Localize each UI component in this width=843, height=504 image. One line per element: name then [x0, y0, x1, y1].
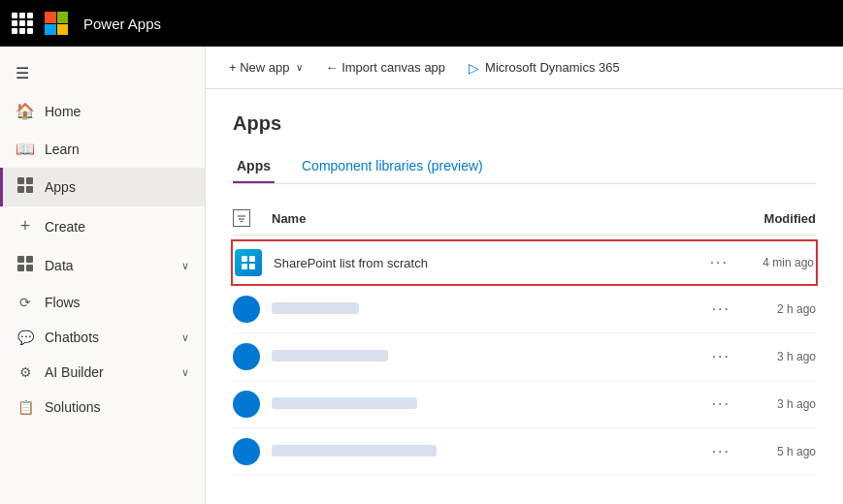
sidebar-item-create[interactable]: + Create: [0, 206, 205, 246]
create-icon: +: [16, 216, 35, 236]
app-name: SharePoint list from scratch: [274, 256, 702, 270]
learn-icon: 📖: [16, 140, 35, 158]
page-title: Apps: [233, 112, 816, 135]
sidebar-item-label: Chatbots: [45, 330, 99, 345]
flows-icon: ⟳: [16, 295, 35, 310]
import-label: ← Import canvas app: [326, 60, 446, 75]
ai-builder-icon: ⚙: [16, 364, 35, 380]
svg-rect-14: [249, 264, 255, 269]
svg-rect-4: [17, 256, 24, 263]
table-row[interactable]: ··· 5 h ago: [233, 428, 816, 476]
sidebar-item-solutions[interactable]: 📋 Solutions: [0, 390, 205, 425]
solutions-icon: 📋: [16, 399, 35, 415]
home-icon: 🏠: [16, 102, 35, 120]
waffle-icon[interactable]: [12, 13, 33, 34]
app-icon: [233, 343, 260, 370]
app-icon: [235, 249, 262, 276]
filter-icon[interactable]: [233, 209, 250, 227]
sidebar-item-label: Learn: [45, 142, 80, 157]
app-modified: 5 h ago: [738, 445, 816, 458]
app-modified: 2 h ago: [738, 302, 816, 316]
new-app-button[interactable]: + New app ∨: [229, 60, 303, 75]
apps-icon: [16, 177, 35, 197]
new-app-chevron: ∨: [296, 62, 303, 73]
dynamics-button[interactable]: ▷ Microsoft Dynamics 365: [469, 60, 620, 76]
layout: ☰ 🏠 Home 📖 Learn Apps + Create: [0, 47, 843, 504]
svg-rect-7: [26, 265, 33, 271]
dynamics-label: Microsoft Dynamics 365: [485, 60, 620, 75]
table-row[interactable]: ··· 2 h ago: [233, 286, 816, 333]
sidebar-item-flows[interactable]: ⟳ Flows: [0, 285, 205, 320]
sidebar-item-apps[interactable]: Apps: [0, 168, 205, 206]
row-actions-button[interactable]: ···: [704, 395, 738, 413]
tab-apps[interactable]: Apps: [233, 150, 275, 183]
sidebar-item-label: Apps: [45, 179, 76, 195]
table-header-modified: Modified: [719, 211, 816, 226]
sidebar-item-chatbots[interactable]: 💬 Chatbots ∨: [0, 320, 205, 355]
chevron-down-icon: ∨: [181, 366, 189, 379]
sidebar-item-label: Flows: [45, 295, 81, 310]
blurred-name: [272, 445, 437, 457]
svg-rect-12: [249, 256, 255, 262]
sidebar-item-label: Home: [45, 104, 81, 119]
sidebar-item-label: AI Builder: [45, 364, 104, 380]
table-header: Name Modified: [233, 204, 816, 236]
app-name: [272, 445, 704, 459]
content-area: Apps Apps Component libraries (preview) …: [206, 89, 843, 504]
top-nav: Power Apps: [0, 0, 843, 47]
sidebar: ☰ 🏠 Home 📖 Learn Apps + Create: [0, 47, 206, 504]
app-name: [272, 397, 704, 412]
new-app-label: + New app: [229, 60, 290, 75]
tab-component-libraries[interactable]: Component libraries (preview): [298, 150, 487, 183]
svg-rect-2: [17, 186, 24, 193]
row-actions-button[interactable]: ···: [702, 254, 736, 271]
app-name: [272, 350, 704, 364]
chatbots-icon: 💬: [16, 330, 35, 345]
svg-rect-5: [26, 256, 33, 263]
svg-rect-11: [242, 256, 247, 262]
chevron-down-icon: ∨: [181, 260, 189, 272]
svg-rect-3: [26, 186, 33, 193]
sidebar-item-home[interactable]: 🏠 Home: [0, 92, 205, 130]
row-actions-button[interactable]: ···: [704, 348, 738, 365]
dynamics-icon: ▷: [469, 60, 479, 76]
blurred-name: [272, 350, 388, 362]
sidebar-item-label: Data: [45, 258, 74, 273]
chevron-down-icon: ∨: [181, 331, 189, 344]
table-row[interactable]: ··· 3 h ago: [233, 333, 816, 381]
app-title: Power Apps: [83, 16, 161, 32]
row-actions-button[interactable]: ···: [704, 443, 738, 460]
table-row[interactable]: SharePoint list from scratch ··· 4 min a…: [231, 239, 818, 286]
svg-rect-13: [242, 264, 247, 269]
svg-rect-6: [17, 265, 24, 271]
app-modified: 3 h ago: [738, 350, 816, 363]
table-header-name: Name: [272, 211, 719, 226]
svg-rect-1: [26, 177, 33, 184]
app-name: [272, 302, 704, 317]
table-header-icon-col: [233, 209, 272, 227]
main-content: + New app ∨ ← Import canvas app ▷ Micros…: [206, 47, 843, 504]
app-icon: [233, 296, 260, 323]
app-icon: [233, 438, 260, 465]
data-icon: [16, 256, 35, 275]
sidebar-item-learn[interactable]: 📖 Learn: [0, 130, 205, 168]
tabs: Apps Component libraries (preview): [233, 150, 816, 184]
blurred-name: [272, 397, 417, 409]
sidebar-item-label: Create: [45, 219, 85, 235]
toolbar: + New app ∨ ← Import canvas app ▷ Micros…: [206, 47, 843, 89]
sidebar-item-label: Solutions: [45, 399, 101, 415]
sidebar-item-data[interactable]: Data ∨: [0, 246, 205, 285]
app-icon: [233, 391, 260, 418]
table-row[interactable]: ··· 3 h ago: [233, 381, 816, 428]
import-canvas-app-button[interactable]: ← Import canvas app: [326, 60, 446, 75]
app-modified: 3 h ago: [738, 397, 816, 411]
row-actions-button[interactable]: ···: [704, 300, 738, 318]
sidebar-item-ai-builder[interactable]: ⚙ AI Builder ∨: [0, 355, 205, 390]
microsoft-logo: [45, 12, 68, 35]
hamburger-button[interactable]: ☰: [0, 54, 205, 92]
app-modified: 4 min ago: [736, 256, 814, 269]
svg-rect-0: [17, 177, 24, 184]
blurred-name: [272, 302, 359, 314]
